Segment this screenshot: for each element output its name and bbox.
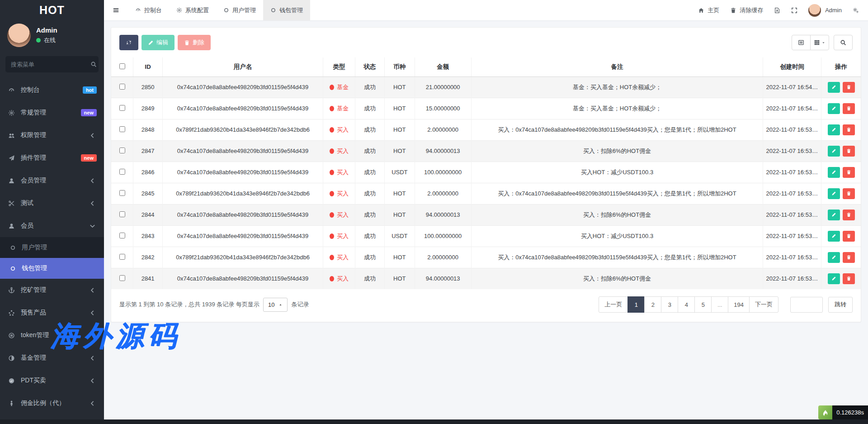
row-delete-button[interactable] [843, 124, 855, 135]
sidebar-item-2[interactable]: 权限管理 [0, 124, 104, 147]
tab-2[interactable]: 用户管理 [216, 0, 263, 20]
page-jump-button[interactable]: 跳转 [828, 297, 853, 313]
row-checkbox[interactable] [119, 275, 125, 281]
row-delete-button[interactable] [843, 210, 855, 220]
sidebar-item-10[interactable]: 基金管理 [0, 347, 104, 369]
columns-button[interactable] [810, 35, 829, 50]
table-row[interactable]: 28450x789f21dab93620b41da343e8946f2b7de3… [111, 183, 861, 204]
home-link[interactable]: 主页 [698, 6, 719, 14]
row-edit-button[interactable] [828, 273, 840, 284]
row-checkbox[interactable] [119, 169, 125, 175]
sidebar-item-12[interactable]: 佣金比例（代） [0, 392, 104, 414]
row-delete-button[interactable] [843, 188, 855, 199]
page-size-select[interactable]: 10 [263, 298, 288, 312]
cell-select [111, 76, 133, 98]
row-checkbox[interactable] [119, 254, 125, 260]
row-checkbox[interactable] [119, 105, 125, 111]
table-row[interactable]: 28490x74ca107de8a8abfee498209b3fd01159e5… [111, 98, 861, 119]
table-row[interactable]: 28470x74ca107de8a8abfee498209b3fd01159e5… [111, 140, 861, 162]
page-number-194[interactable]: 194 [728, 296, 750, 313]
sidebar-item-11[interactable]: PDT买卖 [0, 369, 104, 392]
row-edit-button[interactable] [828, 252, 840, 263]
sidebar-item-label: 挖矿管理 [21, 286, 83, 294]
row-checkbox[interactable] [119, 211, 125, 217]
sidebar-item-4[interactable]: 会员管理 [0, 169, 104, 192]
row-edit-button[interactable] [828, 210, 840, 220]
menu-search-input[interactable] [11, 61, 90, 68]
refresh-button[interactable] [119, 35, 138, 50]
settings-button[interactable] [853, 7, 859, 14]
cell-select [111, 140, 133, 162]
row-delete-button[interactable] [843, 252, 855, 263]
table-row[interactable]: 28410x74ca107de8a8abfee498209b3fd01159e5… [111, 268, 861, 289]
table-row[interactable]: 28480x789f21dab93620b41da343e8946f2b7de3… [111, 119, 861, 140]
table-row[interactable]: 28430x74ca107de8a8abfee498209b3fd01159e5… [111, 225, 861, 247]
row-delete-button[interactable] [843, 231, 855, 242]
tab-3[interactable]: 钱包管理 [263, 0, 310, 20]
row-delete-button[interactable] [843, 82, 855, 93]
edit-button[interactable]: 编辑 [142, 35, 175, 50]
pencil-icon [831, 233, 836, 238]
tab-0[interactable]: 控制台 [128, 0, 169, 20]
row-delete-button[interactable] [843, 273, 855, 284]
pencil-icon [831, 255, 836, 260]
cell-actions [821, 140, 861, 162]
page-number-1[interactable]: 1 [627, 296, 645, 313]
table-search-button[interactable] [834, 35, 853, 50]
delete-button[interactable]: 删除 [178, 35, 211, 50]
page-number-4[interactable]: 4 [678, 296, 695, 313]
row-edit-button[interactable] [828, 124, 840, 135]
language-button[interactable] [774, 7, 780, 14]
topbar-user-menu[interactable]: Admin [808, 4, 842, 17]
table-row[interactable]: 28500x74ca107de8a8abfee498209b3fd01159e5… [111, 76, 861, 98]
row-delete-button[interactable] [843, 146, 855, 157]
page-next-button[interactable]: 下一页 [749, 296, 778, 313]
sidebar-item-6[interactable]: 会员 [0, 214, 104, 237]
row-checkbox[interactable] [119, 126, 125, 132]
cell-username: 0x789f21dab93620b41da343e8946f2b7de342bd… [163, 183, 323, 204]
row-checkbox[interactable] [119, 148, 125, 153]
table-row[interactable]: 28420x789f21dab93620b41da343e8946f2b7de3… [111, 247, 861, 268]
cell-remark: 买入HOT：减少USDT100.3 [471, 162, 763, 183]
tab-1[interactable]: 系统配置 [169, 0, 216, 20]
row-edit-button[interactable] [828, 146, 840, 157]
hamburger-menu-icon[interactable] [104, 0, 128, 20]
page-number-2[interactable]: 2 [644, 296, 661, 313]
page-number-5[interactable]: 5 [694, 296, 712, 313]
clear-cache-label: 清除缓存 [740, 6, 763, 14]
table-row[interactable]: 28440x74ca107de8a8abfee498209b3fd01159e5… [111, 204, 861, 225]
avatar[interactable] [7, 24, 31, 47]
sidebar-item-7[interactable]: 挖矿管理 [0, 279, 104, 301]
debug-bar[interactable] [0, 419, 868, 424]
row-checkbox[interactable] [119, 190, 125, 196]
sidebar-item-0[interactable]: 控制台hot [0, 79, 104, 101]
fullscreen-button[interactable] [791, 7, 797, 14]
sidebar-item-9[interactable]: token管理 [0, 324, 104, 347]
sidebar-item-5[interactable]: 测试 [0, 192, 104, 214]
cell-select [111, 162, 133, 183]
sidebar-item-3[interactable]: 插件管理new [0, 147, 104, 169]
table-row[interactable]: 28460x74ca107de8a8abfee498209b3fd01159e5… [111, 162, 861, 183]
sidebar-subitem-6-1[interactable]: 钱包管理 [0, 258, 104, 279]
select-all-checkbox[interactable] [119, 63, 125, 69]
page-jump-input[interactable] [790, 297, 823, 313]
sidebar-item-1[interactable]: 常规管理new [0, 101, 104, 124]
row-delete-button[interactable] [843, 103, 855, 114]
row-edit-button[interactable] [828, 231, 840, 242]
type-dot-icon [330, 127, 334, 133]
row-checkbox[interactable] [119, 84, 125, 90]
toggle-view-button[interactable] [792, 35, 811, 50]
row-edit-button[interactable] [828, 103, 840, 114]
row-checkbox[interactable] [119, 233, 125, 238]
row-edit-button[interactable] [828, 167, 840, 178]
row-delete-button[interactable] [843, 167, 855, 178]
sidebar-subitem-6-0[interactable]: 用户管理 [0, 237, 104, 258]
debug-flame-icon[interactable] [818, 405, 832, 419]
row-edit-button[interactable] [828, 82, 840, 93]
clear-cache-link[interactable]: 清除缓存 [730, 6, 763, 14]
page-prev-button[interactable]: 上一页 [599, 296, 628, 313]
page-number-3[interactable]: 3 [661, 296, 678, 313]
cell-status: 成功 [355, 162, 384, 183]
row-edit-button[interactable] [828, 188, 840, 199]
sidebar-item-8[interactable]: 预售产品 [0, 301, 104, 324]
